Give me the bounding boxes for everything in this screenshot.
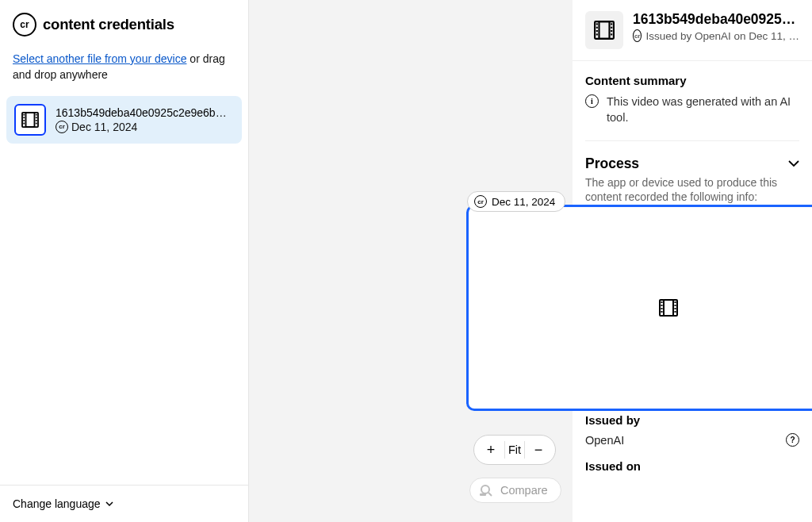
svg-rect-8 (36, 120, 37, 121)
panel-header: 1613b549deba40e0925… cr Issued by OpenAI… (573, 0, 812, 61)
compare-button[interactable]: Compare (469, 478, 561, 503)
svg-rect-28 (596, 33, 598, 35)
svg-rect-27 (596, 30, 598, 32)
brand: cr content credentials (13, 13, 236, 36)
filmstrip-icon (659, 299, 678, 317)
file-date: Dec 11, 2024 (71, 121, 137, 133)
issued-by-value: OpenAI (585, 434, 624, 447)
select-file-link[interactable]: Select another file from your device (13, 52, 186, 65)
zoom-control: + Fit − (473, 435, 556, 465)
date-chip-label: Dec 11, 2024 (492, 196, 555, 208)
svg-rect-5 (23, 122, 25, 124)
svg-rect-19 (675, 311, 676, 313)
svg-rect-25 (596, 23, 598, 25)
section-summary: Content summary i This video was generat… (585, 74, 799, 141)
file-item[interactable]: 1613b549deba40e0925c2e9e6b7… cr Dec 11, … (6, 96, 242, 144)
panel-header-text: 1613b549deba40e0925… cr Issued by OpenAI… (633, 11, 799, 49)
sidebar-header: cr content credentials Select another fi… (0, 0, 248, 91)
file-list: 1613b549deba40e0925c2e9e6b7… cr Dec 11, … (0, 91, 248, 144)
svg-rect-17 (675, 305, 676, 306)
compare-icon (480, 484, 494, 497)
svg-rect-26 (596, 27, 598, 29)
svg-rect-1 (26, 113, 35, 127)
panel-subtitle: Issued by OpenAI on Dec 11, … (645, 30, 799, 42)
svg-rect-6 (36, 113, 37, 115)
svg-rect-18 (675, 308, 676, 309)
canvas[interactable]: cr Dec 11, 2024 + Fit − Compare (249, 0, 573, 522)
process-heading-row[interactable]: Process (585, 155, 799, 172)
chevron-down-icon (105, 501, 113, 506)
date-chip[interactable]: cr Dec 11, 2024 (467, 191, 565, 212)
zoom-fit-button[interactable]: Fit (504, 441, 525, 459)
filmstrip-icon (594, 21, 615, 40)
file-prompt: Select another file from your device or … (13, 51, 236, 83)
svg-rect-11 (664, 300, 673, 316)
svg-rect-32 (611, 33, 612, 35)
filmstrip-icon (21, 112, 39, 128)
brand-logo-icon: cr (13, 13, 36, 36)
summary-row: i This video was generated with an AI to… (585, 94, 799, 126)
cr-badge-icon: cr (56, 121, 68, 133)
svg-point-20 (481, 486, 489, 493)
svg-rect-13 (661, 305, 663, 306)
panel-subtitle-row: cr Issued by OpenAI on Dec 11, … (633, 29, 799, 42)
file-name: 1613b549deba40e0925c2e9e6b7… (56, 106, 230, 119)
issued-by-heading: Issued by (585, 413, 799, 427)
svg-rect-14 (661, 308, 663, 309)
cr-badge-icon: cr (474, 195, 487, 208)
svg-rect-22 (480, 493, 486, 496)
content-preview[interactable]: cr Dec 11, 2024 (466, 205, 812, 411)
file-thumb (14, 104, 46, 136)
svg-rect-12 (661, 301, 663, 303)
brand-title: content credentials (43, 16, 174, 33)
chevron-down-icon (788, 160, 799, 167)
svg-rect-16 (675, 301, 676, 303)
svg-rect-31 (611, 30, 612, 32)
svg-rect-24 (599, 21, 610, 39)
change-language-label: Change language (13, 497, 101, 510)
svg-line-21 (488, 493, 492, 496)
svg-rect-29 (611, 23, 612, 25)
svg-rect-9 (36, 122, 37, 124)
svg-rect-2 (23, 113, 25, 115)
panel-title: 1613b549deba40e0925… (633, 11, 799, 28)
svg-rect-4 (23, 120, 25, 121)
process-desc: The app or device used to produce this c… (585, 175, 799, 205)
panel-thumb (585, 11, 623, 49)
issued-on-heading: Issued on (585, 459, 799, 473)
svg-rect-3 (23, 117, 25, 118)
summary-text: This video was generated with an AI tool… (607, 94, 799, 126)
process-heading: Process (585, 155, 639, 172)
svg-rect-7 (36, 117, 37, 118)
sidebar-footer: Change language (0, 485, 248, 522)
compare-label: Compare (500, 484, 548, 497)
file-text: 1613b549deba40e0925c2e9e6b7… cr Dec 11, … (56, 106, 230, 133)
zoom-in-button[interactable]: + (479, 439, 503, 461)
info-icon: i (585, 94, 599, 108)
svg-rect-15 (661, 311, 663, 313)
svg-rect-30 (611, 27, 612, 29)
help-icon[interactable]: ? (786, 433, 799, 447)
change-language-button[interactable]: Change language (13, 497, 113, 510)
app-root: cr content credentials Select another fi… (0, 0, 812, 522)
summary-heading: Content summary (585, 74, 799, 87)
sidebar: cr content credentials Select another fi… (0, 0, 249, 522)
file-date-row: cr Dec 11, 2024 (56, 121, 230, 133)
zoom-out-button[interactable]: − (527, 439, 550, 461)
cr-badge-icon: cr (633, 29, 642, 42)
issued-by-row: OpenAI ? (585, 433, 799, 447)
